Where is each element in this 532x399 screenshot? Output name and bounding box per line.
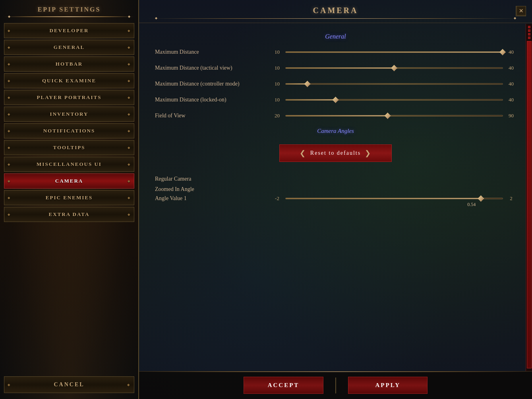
title-divider [4, 16, 134, 17]
button-divider [335, 378, 336, 393]
bottom-bar: ACCEPT APPLY [139, 371, 532, 399]
slider-min: -2 [272, 195, 282, 202]
close-button[interactable]: ✕ [517, 6, 526, 16]
slider-container: 104040 [272, 48, 516, 56]
slider-container: 205390 [272, 112, 516, 120]
reset-left-decoration: ❮ [300, 149, 306, 158]
nav-item-extra-data[interactable]: EXTRA DATA [4, 207, 134, 222]
cancel-button[interactable]: CANCEL [4, 376, 134, 393]
slider-wrapper[interactable]: 0.59 [285, 195, 503, 202]
panel-title: EPIP SETTINGS [38, 6, 101, 13]
nav-item-miscellaneous-ui[interactable]: MISCELLANEOUS UI [4, 157, 134, 172]
slider-value-above: 53 [385, 104, 390, 110]
slider-wrapper[interactable]: 17 [285, 96, 503, 104]
slider-fill [286, 198, 481, 199]
settings-area: General Maximum Distance104040Maximum Di… [139, 23, 532, 371]
setting-row: Maximum Distance (locked-on)101740 [155, 96, 516, 104]
setting-row: Maximum Distance (tactical view)102540 [155, 64, 516, 72]
slider-value-above: 17 [332, 88, 337, 94]
slider-fill [286, 52, 503, 53]
nav-items: DEVELOPERGENERALHOTBARQUICK EXAMINEPLAYE… [4, 23, 134, 372]
slider-thumb[interactable]: 13 [304, 81, 311, 87]
camera-angles-title: Camera Angles [155, 128, 516, 134]
regular-camera-label: Regular Camera [155, 176, 516, 182]
nav-item-camera[interactable]: CAMERA [4, 173, 134, 189]
slider-min: 10 [272, 49, 282, 55]
setting-label: Angle Value 1 [155, 195, 266, 202]
slider-fill [286, 99, 336, 100]
setting-row: Angle Value 1-20.592 [155, 195, 516, 202]
slider-fill [286, 115, 388, 116]
slider-max: 90 [506, 113, 516, 119]
setting-label: Maximum Distance (locked-on) [155, 97, 266, 103]
setting-label: Maximum Distance (tactical view) [155, 65, 266, 71]
slider-min: 10 [272, 81, 282, 87]
slider-max: 40 [506, 49, 516, 55]
slider-thumb[interactable]: 53 [385, 113, 391, 119]
setting-row: Field of View205390 [155, 112, 516, 120]
nav-item-inventory[interactable]: INVENTORY [4, 107, 134, 122]
right-content: ✕ CAMERA General Maximum Distance104040M… [139, 0, 532, 399]
slider-container: -20.592 [272, 195, 516, 202]
angle-value2-display: 0.54 [467, 202, 476, 208]
slider-value-above: 40 [503, 41, 508, 47]
slider-track: 40 [285, 51, 503, 53]
left-panel: EPIP SETTINGS DEVELOPERGENERALHOTBARQUIC… [0, 0, 139, 399]
header-divider [147, 18, 524, 19]
slider-track: 13 [285, 83, 503, 85]
slider-wrapper[interactable]: 53 [285, 112, 503, 120]
nav-item-general[interactable]: GENERAL [4, 40, 134, 55]
slider-track: 53 [285, 115, 503, 117]
setting-label: Maximum Distance (controller mode) [155, 81, 266, 87]
slider-track: 25 [285, 67, 503, 69]
slider-wrapper[interactable]: 13 [285, 80, 503, 88]
angle-slider-container: Angle Value 1-20.592 [155, 195, 516, 202]
slider-max: 40 [506, 97, 516, 103]
slider-value-above: 25 [392, 56, 397, 62]
setting-row: Maximum Distance104040 [155, 48, 516, 56]
nav-item-developer[interactable]: DEVELOPER [4, 23, 134, 38]
reset-right-decoration: ❯ [365, 149, 371, 158]
slider-container: 102540 [272, 64, 516, 72]
setting-label: Maximum Distance [155, 49, 266, 55]
apply-button[interactable]: APPLY [348, 377, 428, 394]
slider-value-above: 13 [303, 72, 308, 78]
slider-container: 101340 [272, 80, 516, 88]
slider-min: 10 [272, 97, 282, 103]
slider-track: 0.59 [285, 198, 503, 199]
slider-min: 20 [272, 113, 282, 119]
slider-wrapper[interactable]: 25 [285, 64, 503, 72]
general-section-title: General [155, 33, 516, 40]
right-panel: ✕ CAMERA General Maximum Distance104040M… [139, 0, 532, 399]
nav-item-hotbar[interactable]: HOTBAR [4, 56, 134, 72]
sliders-container: Maximum Distance104040Maximum Distance (… [155, 48, 516, 120]
setting-label: Field of View [155, 113, 266, 119]
slider-max: 40 [506, 81, 516, 87]
slider-thumb[interactable]: 25 [391, 65, 397, 71]
right-title: CAMERA [147, 6, 524, 15]
nav-item-epic-enemies[interactable]: EPIC ENEMIES [4, 190, 134, 205]
zoomed-in-angle-label: Zoomed In Angle [155, 186, 516, 193]
bottom-divider [139, 372, 532, 372]
bottom-buttons: CANCEL [4, 376, 134, 393]
slider-fill [286, 84, 308, 84]
slider-thumb[interactable]: 0.59 [478, 195, 484, 202]
accept-button[interactable]: ACCEPT [244, 377, 324, 394]
slider-max: 40 [506, 65, 516, 71]
slider-container: 101740 [272, 96, 516, 104]
slider-fill [286, 68, 394, 68]
nav-item-notifications[interactable]: NOTIFICATIONS [4, 123, 134, 138]
right-header: ✕ CAMERA [139, 0, 532, 23]
reset-label: Reset to defaults [310, 150, 361, 156]
slider-thumb[interactable]: 40 [499, 49, 506, 55]
slider-max: 2 [506, 195, 516, 202]
slider-min: 10 [272, 65, 282, 71]
slider-track: 17 [285, 99, 503, 101]
setting-row: Maximum Distance (controller mode)101340 [155, 80, 516, 88]
reset-defaults-button[interactable]: ❮ Reset to defaults ❯ [279, 144, 392, 162]
nav-item-tooltips[interactable]: TOOLTIPS [4, 140, 134, 155]
slider-thumb[interactable]: 17 [333, 97, 339, 103]
nav-item-player-portraits[interactable]: PLAYER PORTRAITS [4, 90, 134, 105]
nav-item-quick-examine[interactable]: QUICK EXAMINE [4, 73, 134, 88]
slider-wrapper[interactable]: 40 [285, 48, 503, 56]
